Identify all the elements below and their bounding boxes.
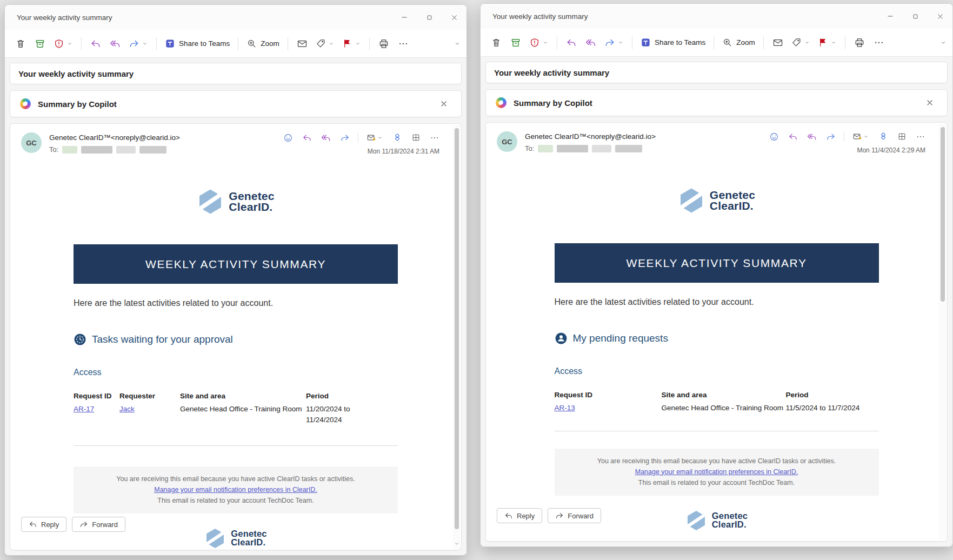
archive-button[interactable] xyxy=(507,33,525,52)
close-icon xyxy=(439,99,448,108)
copilot-summary-bar[interactable]: Summary by Copilot xyxy=(485,89,948,116)
trash-icon xyxy=(15,38,26,49)
manage-preferences-link[interactable]: Manage your email notification preferenc… xyxy=(635,468,798,476)
footer-line1: You are receiving this email because you… xyxy=(84,474,387,484)
redacted-recipient xyxy=(81,146,112,154)
close-button[interactable] xyxy=(442,5,466,30)
reply-all-button[interactable] xyxy=(320,132,332,144)
forward-button[interactable] xyxy=(339,132,351,144)
delete-button[interactable] xyxy=(487,33,505,52)
scrollbar[interactable] xyxy=(939,124,947,540)
reply-button[interactable] xyxy=(787,131,799,143)
more-actions-button[interactable] xyxy=(394,34,412,54)
scrollbar-thumb[interactable] xyxy=(455,128,459,529)
flag-button[interactable] xyxy=(339,34,364,54)
apps-button[interactable] xyxy=(391,132,403,144)
message-options-button[interactable] xyxy=(365,131,384,144)
apps-button[interactable] xyxy=(877,131,889,143)
copilot-close-button[interactable] xyxy=(922,95,937,110)
scrollbar-thumb[interactable] xyxy=(941,127,945,302)
message-date: Mon 11/4/2024 2:29 AM xyxy=(857,146,925,154)
reply-button-bottom[interactable]: Reply xyxy=(497,508,542,523)
copilot-icon xyxy=(496,97,507,108)
reply-icon xyxy=(566,37,577,48)
chevron-down-icon xyxy=(804,39,810,46)
requester-link[interactable]: Jack xyxy=(119,405,135,413)
column-header: Site and area xyxy=(662,391,786,399)
toolbar-divider xyxy=(632,36,632,49)
toolbar-overflow-button[interactable] xyxy=(937,37,949,49)
table-row: AR-13 xyxy=(555,403,662,414)
section-heading: My pending requests xyxy=(555,332,879,345)
toolbar-divider xyxy=(288,37,288,50)
forward-button-bottom[interactable]: Forward xyxy=(548,508,601,523)
reply-button[interactable] xyxy=(86,34,105,54)
minimize-button[interactable] xyxy=(878,4,903,29)
report-button[interactable] xyxy=(526,33,552,52)
maximize-button[interactable] xyxy=(417,5,442,30)
section-title: Tasks waiting for your approval xyxy=(92,334,233,345)
more-message-actions-button[interactable] xyxy=(915,131,927,143)
chevron-down-icon xyxy=(328,41,335,47)
share-to-teams-button[interactable]: Share to Teams xyxy=(637,33,709,52)
mail-notification-icon xyxy=(852,131,863,142)
genetec-hex-icon xyxy=(204,528,226,549)
grid-view-button[interactable] xyxy=(410,132,422,143)
archive-button[interactable] xyxy=(31,34,49,54)
zoom-button[interactable]: Zoom xyxy=(719,33,758,52)
diamonds-icon xyxy=(878,132,888,142)
mark-unread-button[interactable] xyxy=(293,34,311,54)
email-body: GenetecClearID. WEEKLY ACTIVITY SUMMARY … xyxy=(555,187,879,531)
reply-all-button[interactable] xyxy=(806,131,818,143)
request-id-link[interactable]: AR-17 xyxy=(74,405,94,413)
reactions-button[interactable] xyxy=(768,131,780,143)
print-button[interactable] xyxy=(850,33,869,52)
flag-button[interactable] xyxy=(815,33,840,52)
delete-button[interactable] xyxy=(11,34,30,54)
chevron-down-icon xyxy=(830,39,837,46)
toolbar-divider xyxy=(81,37,82,50)
maximize-button[interactable] xyxy=(903,4,928,29)
manage-preferences-link[interactable]: Manage your email notification preferenc… xyxy=(154,486,317,494)
copilot-close-button[interactable] xyxy=(436,96,451,111)
reply-button-bottom[interactable]: Reply xyxy=(21,517,66,532)
report-button[interactable] xyxy=(50,34,76,54)
sender-avatar[interactable]: GC xyxy=(497,131,517,152)
scroll-down-icon[interactable] xyxy=(454,541,460,547)
close-button[interactable] xyxy=(928,4,952,29)
mark-unread-button[interactable] xyxy=(769,33,787,52)
copilot-summary-bar[interactable]: Summary by Copilot xyxy=(10,90,462,117)
toolbar-overflow-button[interactable] xyxy=(451,38,463,50)
more-actions-button[interactable] xyxy=(870,33,888,52)
toolbar: Share to Teams Zoom xyxy=(481,29,952,57)
message-options-button[interactable] xyxy=(851,130,870,143)
sender-avatar[interactable]: GC xyxy=(21,132,42,153)
scrollbar[interactable] xyxy=(453,125,461,549)
more-message-actions-button[interactable] xyxy=(429,132,441,144)
print-button[interactable] xyxy=(375,34,393,54)
share-to-teams-button[interactable]: Share to Teams xyxy=(162,34,233,54)
minimize-button[interactable] xyxy=(392,5,417,30)
zoom-button[interactable]: Zoom xyxy=(243,34,283,54)
reply-all-button[interactable] xyxy=(582,33,600,52)
forward-button[interactable] xyxy=(601,33,627,52)
reply-button[interactable] xyxy=(562,33,581,52)
email-subject: Your weekly activity summary xyxy=(18,69,134,78)
forward-button[interactable] xyxy=(125,34,151,54)
forward-button[interactable] xyxy=(825,131,837,143)
categorize-button[interactable] xyxy=(788,33,814,52)
teams-icon xyxy=(641,37,651,48)
request-id-link[interactable]: AR-13 xyxy=(555,404,575,412)
column-header: Site and area xyxy=(180,392,306,400)
reactions-button[interactable] xyxy=(282,132,294,144)
grid-view-button[interactable] xyxy=(896,131,908,142)
email-window-left: Your weekly activity summary Share to Te… xyxy=(4,4,467,556)
reply-icon xyxy=(90,38,101,49)
reply-button[interactable] xyxy=(301,132,313,144)
reply-all-button[interactable] xyxy=(106,34,124,54)
ellipsis-icon xyxy=(398,38,409,49)
logo-line2: ClearID. xyxy=(712,521,748,529)
forward-button-bottom[interactable]: Forward xyxy=(72,517,125,532)
toolbar-divider xyxy=(156,37,157,50)
categorize-button[interactable] xyxy=(312,34,338,54)
